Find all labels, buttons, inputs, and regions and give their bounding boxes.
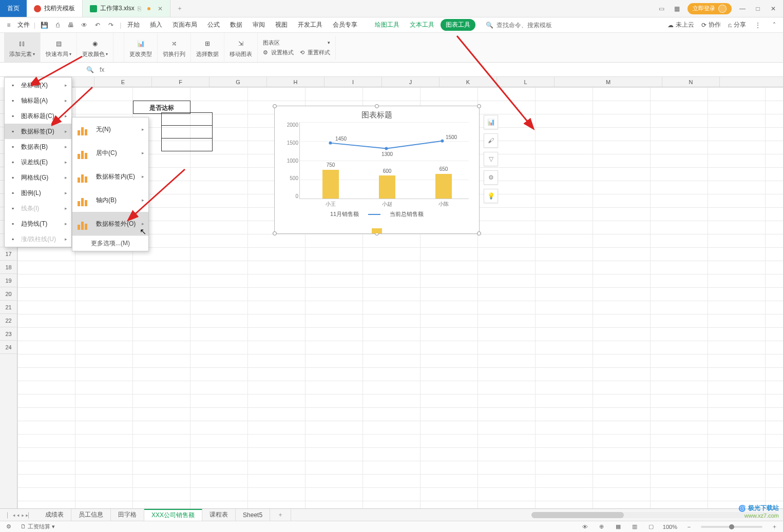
chart-brush-icon[interactable]: 🖌: [484, 133, 498, 148]
ribbon-switch-rowcol[interactable]: ⤭ 切换行列: [158, 33, 191, 62]
menu-item[interactable]: ▪网格线(G)▸: [5, 170, 71, 185]
sheet-tab[interactable]: 成绩表: [38, 509, 71, 521]
sheet-add[interactable]: ＋: [270, 509, 291, 521]
sheet-tab[interactable]: Sheet5: [236, 509, 270, 521]
sheet-tab[interactable]: 课程表: [202, 509, 236, 521]
col-G[interactable]: G: [209, 77, 267, 87]
maximize-icon[interactable]: □: [753, 4, 762, 13]
submenu-item[interactable]: 数据标签内(E)▸: [72, 165, 148, 188]
row-header[interactable]: 19: [0, 274, 17, 287]
search-input[interactable]: [496, 22, 568, 29]
chart-object[interactable]: 图表标题 2000 1500 1000 500 0 750: [274, 106, 480, 234]
minimize-icon[interactable]: —: [738, 4, 747, 13]
menu-item[interactable]: ▪图例(L)▸: [5, 185, 71, 201]
col-F[interactable]: F: [152, 77, 209, 87]
eye-icon[interactable]: 👁: [581, 522, 590, 531]
redo-icon[interactable]: ↷: [106, 21, 116, 30]
view-page-icon[interactable]: ▢: [646, 522, 656, 531]
col-J[interactable]: J: [382, 77, 440, 87]
undo-icon[interactable]: ↶: [93, 21, 102, 30]
file-menu[interactable]: 文件: [17, 21, 30, 29]
chart-settings-icon[interactable]: ⚙: [484, 170, 498, 185]
save-icon[interactable]: 💾: [40, 21, 49, 30]
row-header[interactable]: 18: [0, 261, 17, 274]
sheet-tab[interactable]: 员工信息: [71, 509, 111, 521]
menu-item[interactable]: ▪坐标轴(X)▸: [5, 77, 71, 93]
ribbon-change-type[interactable]: 📊 更改类型: [124, 33, 158, 62]
focus-icon[interactable]: ⊕: [597, 522, 606, 531]
status-calc[interactable]: 🗋 工资结算 ▾: [21, 523, 55, 530]
ribbon-add-element[interactable]: ⫿⫿ 添加元素▾: [4, 33, 41, 62]
tab-template[interactable]: 找稻壳模板: [27, 0, 83, 17]
col-H[interactable]: H: [267, 77, 324, 87]
reset-style-button[interactable]: ⟲重置样式: [300, 49, 330, 56]
window-close-icon[interactable]: ✕: [769, 4, 778, 13]
view-normal-icon[interactable]: ▦: [614, 522, 623, 531]
grid-apps-icon[interactable]: ▦: [672, 4, 681, 13]
menu-devtools[interactable]: 开发工具: [294, 18, 327, 31]
menu-formula[interactable]: 公式: [203, 18, 224, 31]
set-format-button[interactable]: ⚙设置格式: [263, 49, 294, 56]
login-button[interactable]: 立即登录: [687, 3, 732, 14]
col-L[interactable]: L: [497, 77, 555, 87]
chart-filter-icon[interactable]: ▽: [484, 152, 498, 166]
submenu-more[interactable]: 更多选项...(M): [72, 235, 148, 251]
menubar-search[interactable]: 🔍: [486, 22, 578, 29]
chart-elements-icon[interactable]: 📊: [484, 115, 498, 129]
menu-view[interactable]: 视图: [271, 18, 292, 31]
menu-item[interactable]: ▪趋势线(T)▸: [5, 216, 71, 231]
menu-texttools[interactable]: 文本工具: [406, 18, 438, 31]
chart-tip-icon[interactable]: 💡: [484, 189, 498, 203]
chart-area-select[interactable]: 图表区▾: [263, 39, 330, 47]
close-icon[interactable]: ✕: [158, 5, 163, 12]
menu-insert[interactable]: 插入: [146, 18, 166, 31]
saveas-icon[interactable]: ⎙: [53, 21, 62, 30]
tab-home[interactable]: 首页: [0, 0, 27, 17]
chart-legend[interactable]: 11月销售额 当前总销售额: [275, 210, 479, 218]
menu-item[interactable]: ▪数据标签(D)▸: [5, 124, 71, 139]
menu-review[interactable]: 审阅: [249, 18, 269, 31]
more-icon[interactable]: ⋮: [753, 21, 762, 30]
zoom-lens-icon[interactable]: 🔍: [85, 65, 94, 74]
chart-title[interactable]: 图表标题: [275, 106, 479, 122]
col-M[interactable]: M: [555, 77, 662, 87]
zoom-slider[interactable]: [701, 526, 762, 528]
row-header[interactable]: 20: [0, 287, 17, 301]
zoom-out-icon[interactable]: −: [684, 522, 694, 531]
zoom-label[interactable]: 100%: [663, 524, 677, 530]
row-header[interactable]: 23: [0, 327, 17, 341]
panel-icon[interactable]: ▭: [657, 4, 666, 13]
sheet-nav[interactable]: ⎸◂ ◂ ▸ ▸⎸: [3, 511, 38, 519]
ribbon-move-chart[interactable]: ⇲ 移动图表: [224, 33, 258, 62]
row-header[interactable]: 21: [0, 301, 17, 314]
menu-drawtools[interactable]: 绘图工具: [371, 18, 404, 31]
menu-member[interactable]: 会员专享: [329, 18, 361, 31]
tab-new[interactable]: ＋: [170, 0, 189, 17]
row-header[interactable]: 17: [0, 247, 17, 261]
menu-pagelayout[interactable]: 页面布局: [168, 18, 201, 31]
col-E[interactable]: E: [94, 77, 152, 87]
submenu-item[interactable]: 轴内(B)▸: [72, 188, 148, 212]
coop-button[interactable]: ⟳协作: [701, 21, 721, 29]
col-I[interactable]: I: [324, 77, 382, 87]
view-pagebreak-icon[interactable]: ▥: [630, 522, 639, 531]
menu-charttools[interactable]: 图表工具: [441, 19, 475, 31]
menu-data[interactable]: 数据: [226, 18, 246, 31]
status-settings-icon[interactable]: ⚙: [4, 522, 13, 531]
chart-plotarea[interactable]: 2000 1500 1000 500 0 750 600 650: [299, 122, 469, 199]
menu-item[interactable]: ▪图表标题(C)▸: [5, 108, 71, 124]
row-header[interactable]: 24: [0, 341, 17, 354]
ribbon-select-data[interactable]: ⊞ 选择数据: [191, 33, 224, 62]
menu-start[interactable]: 开始: [123, 18, 144, 31]
ribbon-change-color[interactable]: ◉ 更改颜色▾: [77, 33, 113, 62]
sheet-tab-active[interactable]: XXX公司销售额: [144, 509, 202, 521]
menu-item[interactable]: ▪轴标题(A)▸: [5, 93, 71, 108]
sheet-tab[interactable]: 田字格: [111, 509, 144, 521]
col-K[interactable]: K: [440, 77, 497, 87]
submenu-item[interactable]: 居中(C)▸: [72, 141, 148, 165]
zoom-in-icon[interactable]: ＋: [770, 522, 779, 531]
col-N[interactable]: N: [662, 77, 720, 87]
cloud-button[interactable]: ☁未上云: [667, 21, 694, 29]
print-icon[interactable]: 🖶: [66, 21, 75, 30]
submenu-item[interactable]: 无(N)▸: [72, 117, 148, 141]
